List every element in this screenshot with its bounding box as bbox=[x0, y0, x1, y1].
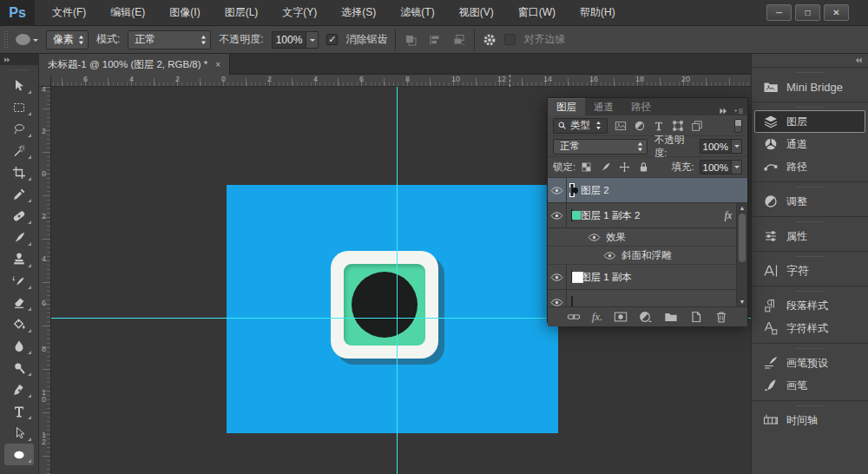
type-tool-button[interactable] bbox=[4, 400, 34, 422]
lock-all-icon[interactable] bbox=[638, 161, 649, 173]
blend-mode-select[interactable]: 正常 bbox=[128, 30, 211, 49]
draw-mode-select[interactable]: 像素 bbox=[46, 30, 89, 49]
smart-filter-icon[interactable] bbox=[691, 120, 703, 132]
visibility-toggle[interactable] bbox=[548, 290, 567, 306]
layer-row[interactable]: 图层 1 副本 bbox=[548, 265, 747, 290]
shape-filter-icon[interactable] bbox=[672, 120, 684, 132]
opacity-value[interactable]: 100% bbox=[272, 31, 307, 49]
layer-thumbnail[interactable] bbox=[569, 208, 575, 222]
group-folder-icon[interactable] bbox=[664, 311, 678, 323]
paths-button[interactable]: 路径 bbox=[754, 155, 865, 178]
properties-button[interactable]: 属性 bbox=[754, 225, 865, 247]
layer-row-partial[interactable] bbox=[548, 290, 747, 306]
opacity-input[interactable]: 100% bbox=[272, 31, 319, 49]
brush2-button[interactable]: 画笔 bbox=[754, 374, 865, 397]
scroll-up-icon[interactable]: ▲ bbox=[737, 203, 747, 213]
scrollbar-thumb[interactable] bbox=[739, 214, 746, 262]
effect-item-row[interactable]: 斜面和浮雕 bbox=[548, 247, 747, 265]
brush-tool-button[interactable] bbox=[4, 227, 34, 248]
menu-item[interactable]: 编辑(E) bbox=[98, 0, 157, 25]
fill-input[interactable]: 100% bbox=[700, 160, 742, 174]
dodge-tool-button[interactable] bbox=[4, 357, 34, 379]
layer-thumbnail[interactable] bbox=[569, 183, 575, 197]
healing-brush-tool-button[interactable] bbox=[4, 205, 34, 227]
adjustment-icon[interactable] bbox=[639, 311, 653, 323]
minimize-button[interactable]: ─ bbox=[766, 4, 792, 21]
menu-item[interactable]: 帮助(H) bbox=[568, 0, 628, 25]
double-arrow-left-icon[interactable] bbox=[854, 56, 864, 64]
adjust-filter-icon[interactable] bbox=[634, 120, 646, 132]
layer-list-scrollbar[interactable]: ▲ ▼ bbox=[736, 203, 747, 306]
dock-header[interactable] bbox=[752, 54, 868, 67]
adjustments-button[interactable]: 调整 bbox=[754, 190, 865, 213]
filter-type-select[interactable]: 类型 bbox=[553, 118, 608, 134]
move-tool-button[interactable] bbox=[4, 75, 34, 96]
scroll-down-icon[interactable]: ▼ bbox=[737, 297, 747, 306]
menu-item[interactable]: 选择(S) bbox=[329, 0, 388, 25]
path-select-tool-button[interactable] bbox=[4, 422, 34, 444]
effect-visibility-toggle[interactable] bbox=[588, 233, 601, 242]
pen-tool-button[interactable] bbox=[4, 379, 34, 400]
brush-presets-button[interactable]: 画笔预设 bbox=[754, 352, 865, 374]
document-tab[interactable]: 未标题-1 @ 100% (图层 2, RGB/8) * × bbox=[39, 54, 230, 75]
layers-panel-tab[interactable]: 路径 bbox=[622, 98, 660, 115]
antialias-checkbox[interactable]: ✓ bbox=[326, 34, 338, 45]
horizontal-ruler[interactable]: 64202468101214161820 bbox=[39, 75, 751, 87]
layer-opacity-input[interactable]: 100% bbox=[700, 139, 742, 154]
timeline-button[interactable]: 时间轴 bbox=[754, 409, 865, 431]
close-button[interactable]: ✕ bbox=[824, 4, 849, 21]
ellipse-tool-button[interactable] bbox=[4, 444, 34, 465]
lock-paint-icon[interactable] bbox=[600, 161, 611, 173]
character-styles-button[interactable]: 字符样式 bbox=[754, 317, 865, 339]
layer-blend-mode-select[interactable]: 正常 bbox=[553, 139, 648, 155]
layer-thumbnail[interactable] bbox=[569, 270, 575, 284]
visibility-toggle[interactable] bbox=[548, 203, 567, 227]
fill-value[interactable]: 100% bbox=[700, 160, 732, 174]
gear-icon[interactable] bbox=[483, 33, 496, 47]
layer-fx-badge[interactable]: fx bbox=[725, 210, 732, 221]
menu-item[interactable]: 文字(Y) bbox=[270, 0, 329, 25]
double-arrow-right-icon[interactable] bbox=[3, 56, 11, 63]
layers-button[interactable]: 图层 bbox=[754, 110, 865, 133]
layers-panel-tab[interactable]: 通道 bbox=[585, 98, 622, 115]
paint-bucket-tool-button[interactable] bbox=[4, 313, 34, 335]
layer-row[interactable]: 图层 2 bbox=[548, 178, 747, 203]
channels-button[interactable]: 通道 bbox=[754, 133, 865, 155]
vertical-guide[interactable] bbox=[397, 87, 398, 474]
tool-preset-picker[interactable] bbox=[16, 34, 38, 45]
character-button[interactable]: 字符 bbox=[754, 260, 865, 282]
visibility-toggle[interactable] bbox=[548, 178, 567, 202]
history-brush-tool-button[interactable] bbox=[4, 270, 34, 292]
paragraph-styles-button[interactable]: 段落样式 bbox=[754, 294, 865, 317]
effects-row[interactable]: 效果 bbox=[548, 228, 747, 247]
crop-tool-button[interactable] bbox=[4, 161, 34, 183]
eyedropper-tool-button[interactable] bbox=[4, 183, 34, 205]
effect-visibility-toggle[interactable] bbox=[603, 251, 616, 260]
type-filter-icon[interactable] bbox=[653, 120, 665, 132]
opacity-dropdown-arrow[interactable] bbox=[306, 31, 319, 49]
magic-wand-tool-button[interactable] bbox=[4, 140, 34, 161]
menu-item[interactable]: 视图(V) bbox=[447, 0, 506, 25]
lock-transparency-icon[interactable] bbox=[581, 161, 592, 173]
blur-tool-button[interactable] bbox=[4, 335, 34, 357]
new-layer-icon[interactable] bbox=[689, 311, 703, 323]
marquee-tool-button[interactable] bbox=[4, 96, 34, 118]
layer-row[interactable]: 图层 1 副本 2fx bbox=[548, 203, 747, 228]
layers-panel-tab[interactable]: 图层 bbox=[548, 98, 585, 115]
eraser-tool-button[interactable] bbox=[4, 292, 34, 313]
panel-menu-icon[interactable] bbox=[733, 107, 744, 115]
mini-bridge-button[interactable]: Mini Bridge bbox=[754, 76, 865, 98]
tools-dock-header[interactable] bbox=[0, 54, 38, 65]
lasso-tool-button[interactable] bbox=[4, 118, 34, 140]
clone-stamp-tool-button[interactable] bbox=[4, 248, 34, 270]
image-filter-icon[interactable] bbox=[615, 120, 627, 132]
menu-item[interactable]: 文件(F) bbox=[40, 0, 98, 25]
trash-icon[interactable] bbox=[714, 311, 728, 323]
maximize-button[interactable]: □ bbox=[795, 4, 820, 21]
menu-item[interactable]: 图层(L) bbox=[213, 0, 271, 25]
menu-item[interactable]: 滤镜(T) bbox=[388, 0, 446, 25]
link-icon[interactable] bbox=[567, 311, 581, 323]
vertical-ruler[interactable]: 42024681 01 2 bbox=[39, 87, 51, 474]
fx-icon[interactable]: fx. bbox=[592, 310, 603, 324]
layer-mask-icon[interactable] bbox=[614, 311, 628, 323]
